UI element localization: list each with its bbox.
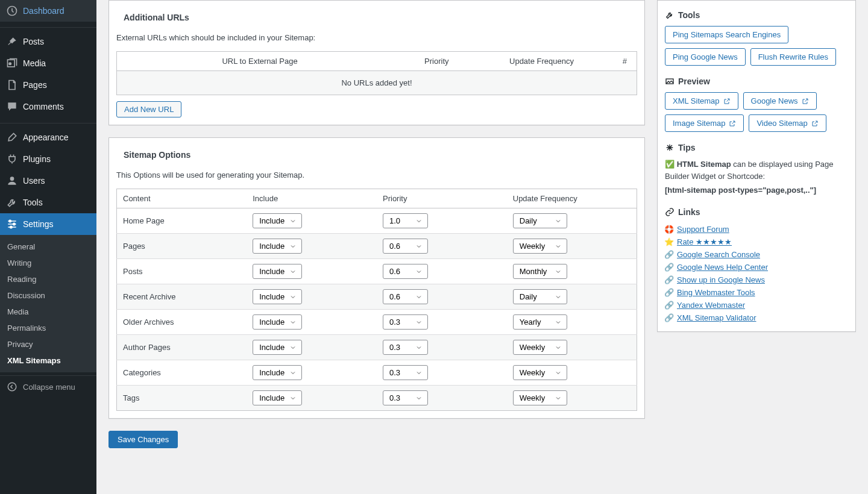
submenu-media[interactable]: Media bbox=[0, 304, 96, 320]
submenu-reading[interactable]: Reading bbox=[0, 271, 96, 287]
menu-tools-label: Tools bbox=[23, 198, 43, 207]
dashboard-icon bbox=[6, 5, 18, 17]
svg-point-2 bbox=[9, 63, 11, 64]
menu-plugins[interactable]: Plugins bbox=[0, 148, 96, 170]
submenu-writing[interactable]: Writing bbox=[0, 255, 96, 271]
col-priority2: Priority bbox=[377, 189, 507, 208]
tools-title: Tools bbox=[678, 10, 700, 20]
include-select[interactable]: Include bbox=[253, 390, 302, 405]
preview-icon bbox=[665, 77, 675, 86]
admin-sidebar: Dashboard Posts Media Pages Comments bbox=[0, 0, 96, 494]
menu-settings[interactable]: Settings bbox=[0, 213, 96, 235]
priority-select[interactable]: 0.6 bbox=[383, 264, 428, 279]
yandex-link[interactable]: Yandex Webmaster bbox=[677, 301, 745, 310]
additional-urls-description: External URLs which should be included i… bbox=[116, 33, 637, 42]
sitemap-options-table: Content Include Priority Update Frequenc… bbox=[116, 189, 637, 411]
content-cell: Tags bbox=[117, 386, 247, 411]
include-select[interactable]: Include bbox=[253, 213, 302, 228]
add-new-url-button[interactable]: Add New URL bbox=[116, 101, 181, 117]
menu-appearance[interactable]: Appearance bbox=[0, 127, 96, 148]
menu-posts-label: Posts bbox=[23, 37, 44, 46]
menu-pages[interactable]: Pages bbox=[0, 74, 96, 96]
freq-select[interactable]: Daily bbox=[513, 289, 567, 304]
table-row: PagesInclude0.6Weekly bbox=[117, 234, 637, 259]
include-select[interactable]: Include bbox=[253, 289, 302, 304]
table-row: Older ArchivesInclude0.3Yearly bbox=[117, 310, 637, 335]
menu-settings-label: Settings bbox=[23, 219, 54, 229]
submenu-discussion[interactable]: Discussion bbox=[0, 287, 96, 304]
rate-link[interactable]: Rate ★★★★★ bbox=[677, 237, 732, 246]
freq-select[interactable]: Daily bbox=[513, 213, 567, 228]
support-forum-link[interactable]: Support Forum bbox=[677, 225, 729, 234]
sitemap-options-title: Sitemap Options bbox=[116, 145, 637, 164]
freq-select[interactable]: Monthly bbox=[513, 264, 567, 279]
menu-tools[interactable]: Tools bbox=[0, 192, 96, 213]
priority-select[interactable]: 0.3 bbox=[383, 314, 428, 330]
svg-point-5 bbox=[13, 223, 15, 225]
include-select[interactable]: Include bbox=[253, 264, 302, 279]
menu-plugins-label: Plugins bbox=[23, 154, 51, 164]
content-cell: Posts bbox=[117, 259, 247, 284]
collapse-menu[interactable]: Collapse menu bbox=[0, 375, 96, 398]
menu-users[interactable]: Users bbox=[0, 170, 96, 192]
sitemap-options-description: This Options will be used for generating… bbox=[116, 170, 637, 180]
table-row: TagsInclude0.3Weekly bbox=[117, 386, 637, 411]
svg-point-6 bbox=[10, 226, 12, 228]
content-cell: Home Page bbox=[117, 208, 247, 234]
gnhc-link[interactable]: Google News Help Center bbox=[677, 263, 768, 272]
ping-search-button[interactable]: Ping Sitemaps Search Engines bbox=[665, 26, 788, 43]
image-sitemap-button[interactable]: Image Sitemap bbox=[665, 114, 744, 132]
priority-select[interactable]: 0.6 bbox=[383, 239, 428, 254]
flush-rules-button[interactable]: Flush Rewrite Rules bbox=[750, 48, 836, 66]
include-select[interactable]: Include bbox=[253, 314, 302, 330]
include-select[interactable]: Include bbox=[253, 239, 302, 254]
menu-comments[interactable]: Comments bbox=[0, 96, 96, 117]
col-hash: # bbox=[613, 52, 637, 71]
validator-link[interactable]: XML Sitemap Validator bbox=[677, 313, 756, 322]
page-icon bbox=[6, 79, 18, 91]
table-row: Author PagesInclude0.3Weekly bbox=[117, 335, 637, 360]
ping-news-button[interactable]: Ping Google News bbox=[665, 48, 746, 66]
menu-dashboard[interactable]: Dashboard bbox=[0, 0, 96, 22]
priority-select[interactable]: 0.3 bbox=[383, 365, 428, 380]
additional-urls-title: Additional URLs bbox=[116, 8, 637, 27]
links-list: 🛟Support Forum ⭐Rate ★★★★★ 🔗Google Searc… bbox=[665, 223, 848, 324]
showup-link[interactable]: Show up in Google News bbox=[677, 275, 765, 284]
save-changes-button[interactable]: Save Changes bbox=[108, 431, 178, 448]
menu-media[interactable]: Media bbox=[0, 52, 96, 74]
pin-icon bbox=[6, 36, 18, 48]
content-cell: Pages bbox=[117, 234, 247, 259]
priority-select[interactable]: 0.3 bbox=[383, 340, 428, 355]
svg-point-4 bbox=[9, 220, 11, 222]
freq-select[interactable]: Weekly bbox=[513, 239, 567, 254]
content-cell: Author Pages bbox=[117, 335, 247, 360]
links-heading: Links bbox=[665, 207, 848, 217]
freq-select[interactable]: Yearly bbox=[513, 314, 567, 330]
video-sitemap-button[interactable]: Video Sitemap bbox=[749, 114, 826, 132]
bing-link[interactable]: Bing Webmaster Tools bbox=[677, 288, 755, 297]
google-news-button[interactable]: Google News bbox=[743, 92, 817, 110]
priority-select[interactable]: 0.6 bbox=[383, 289, 428, 304]
asterisk-icon bbox=[665, 143, 675, 152]
submenu-general[interactable]: General bbox=[0, 239, 96, 255]
priority-select[interactable]: 0.3 bbox=[383, 390, 428, 405]
priority-select[interactable]: 1.0 bbox=[383, 213, 428, 228]
xml-sitemap-button[interactable]: XML Sitemap bbox=[665, 92, 738, 110]
include-select[interactable]: Include bbox=[253, 340, 302, 355]
gsc-link[interactable]: Google Search Console bbox=[677, 250, 760, 259]
menu-media-label: Media bbox=[23, 58, 46, 68]
freq-select[interactable]: Weekly bbox=[513, 390, 567, 405]
menu-pages-label: Pages bbox=[23, 80, 47, 90]
include-select[interactable]: Include bbox=[253, 365, 302, 380]
submenu-permalinks[interactable]: Permalinks bbox=[0, 320, 96, 336]
submenu-privacy[interactable]: Privacy bbox=[0, 336, 96, 352]
external-icon bbox=[723, 98, 731, 105]
menu-comments-label: Comments bbox=[23, 102, 64, 111]
col-content: Content bbox=[117, 189, 247, 208]
submenu-xml-sitemaps[interactable]: XML Sitemaps bbox=[0, 352, 96, 369]
table-row: Recent ArchiveInclude0.6Daily bbox=[117, 284, 637, 310]
chain-icon: 🔗 bbox=[665, 275, 673, 284]
menu-posts[interactable]: Posts bbox=[0, 31, 96, 52]
freq-select[interactable]: Weekly bbox=[513, 365, 567, 380]
freq-select[interactable]: Weekly bbox=[513, 340, 567, 355]
